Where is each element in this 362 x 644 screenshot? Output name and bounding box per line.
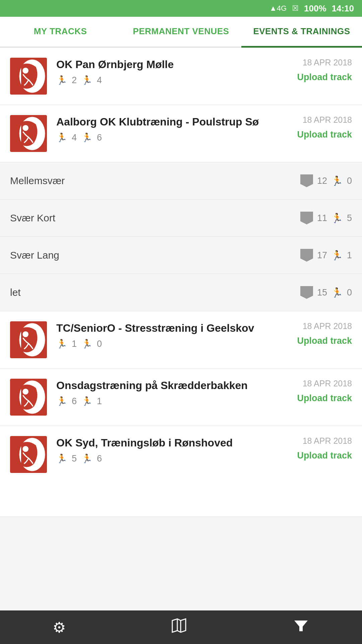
subcategory-name: Mellemsvær	[10, 175, 300, 186]
event-date: 18 APR 2018	[297, 321, 352, 331]
event-title: Aalborg OK Klubtræning - Poulstrup Sø	[56, 115, 292, 129]
event-logo	[10, 436, 47, 473]
map-icon	[300, 286, 313, 299]
map-count: 15	[317, 287, 327, 298]
event-title: OK Pan Ørnbjerg Mølle	[56, 58, 292, 72]
subcategory-item[interactable]: let 15 🏃 0	[0, 274, 362, 311]
runner-icon: 🏃	[81, 75, 92, 86]
map-count: 11	[317, 213, 327, 223]
tab-my-tracks[interactable]: MY TRACKS	[0, 17, 121, 47]
runner-count: 6	[97, 453, 102, 464]
tab-bar: MY TRACKS PERMANENT VENUES EVENTS & TRAI…	[0, 17, 362, 48]
event-title: TC/SeniorO - Stresstræning i Geelskov	[56, 321, 292, 335]
runner-icon: 🏃	[81, 339, 92, 349]
runner-icon: 🏃	[331, 287, 343, 298]
svg-marker-15	[172, 619, 186, 632]
status-bar: ▲4G ☒ 100% 14:10	[0, 0, 362, 17]
map-nav-button[interactable]	[171, 617, 187, 637]
svg-point-5	[22, 125, 28, 131]
svg-point-8	[22, 331, 28, 337]
sub-stats: 17 🏃 1	[300, 249, 352, 262]
subcategory-name: Svær Lang	[10, 250, 300, 261]
runner-count: 1	[347, 250, 352, 261]
event-right: 18 APR 2018 Upload track	[297, 379, 352, 404]
runner-icon: 🏃	[331, 175, 343, 186]
event-date: 18 APR 2018	[297, 58, 352, 67]
map-count: 12	[317, 176, 327, 186]
runner-count: 4	[97, 75, 102, 86]
subcategory-item[interactable]: Mellemsvær 12 🏃 0	[0, 162, 362, 200]
runner-icon: 🏃	[331, 250, 343, 261]
runner-icon: 🏃	[331, 213, 343, 224]
course-count: 5	[72, 453, 77, 464]
subcategory-name: Svær Kort	[10, 212, 300, 224]
event-date: 18 APR 2018	[297, 379, 352, 388]
map-icon	[300, 174, 313, 187]
event-item[interactable]: TC/SeniorO - Stresstræning i Geelskov 🏃 …	[0, 311, 362, 369]
upload-track-button[interactable]: Upload track	[297, 129, 352, 140]
course-icon: 🏃	[56, 132, 67, 143]
upload-track-button[interactable]: Upload track	[297, 336, 352, 346]
runner-icon: 🏃	[81, 453, 92, 464]
runner-count: 0	[347, 176, 352, 186]
event-title: Onsdagstræning på Skrædderbakken	[56, 379, 292, 393]
map-count: 17	[317, 250, 327, 261]
event-stats: 🏃 5 🏃 6	[56, 453, 292, 464]
sim-icon: ☒	[292, 4, 299, 13]
svg-point-2	[22, 68, 28, 74]
event-item[interactable]: OK Pan Ørnbjerg Mølle 🏃 2 🏃 4 18 APR 201…	[0, 48, 362, 105]
event-right: 18 APR 2018 Upload track	[297, 436, 352, 461]
event-info: TC/SeniorO - Stresstræning i Geelskov 🏃 …	[56, 321, 292, 349]
event-item[interactable]: Onsdagstræning på Skrædderbakken 🏃 6 🏃 1…	[0, 369, 362, 426]
svg-point-14	[22, 446, 28, 452]
event-date: 18 APR 2018	[297, 115, 352, 125]
event-logo	[10, 115, 47, 152]
event-stats: 🏃 1 🏃 0	[56, 339, 292, 349]
runner-count: 0	[347, 287, 352, 298]
event-stats: 🏃 6 🏃 1	[56, 396, 292, 407]
event-right: 18 APR 2018 Upload track	[297, 321, 352, 346]
course-icon: 🏃	[56, 75, 67, 86]
event-stats: 🏃 4 🏃 6	[56, 132, 292, 143]
event-title: OK Syd, Træningsløb i Rønshoved	[56, 436, 292, 450]
course-icon: 🏃	[56, 453, 67, 464]
event-date: 18 APR 2018	[297, 436, 352, 446]
tab-events-trainings[interactable]: EVENTS & TRAININGS	[241, 17, 362, 48]
event-logo	[10, 379, 47, 416]
runner-count: 0	[97, 339, 102, 349]
svg-point-11	[22, 389, 28, 395]
course-count: 2	[72, 75, 77, 86]
battery-text: 100%	[304, 3, 326, 14]
signal-icon: ▲4G	[269, 4, 287, 13]
bottom-nav: ⚙	[0, 610, 362, 644]
event-info: OK Pan Ørnbjerg Mølle 🏃 2 🏃 4	[56, 58, 292, 86]
subcategory-section: Mellemsvær 12 🏃 0 Svær Kort 11 🏃 5 Svær …	[0, 162, 362, 311]
subcategory-name: let	[10, 287, 300, 298]
course-icon: 🏃	[56, 396, 67, 407]
subcategory-item[interactable]: Svær Lang 17 🏃 1	[0, 237, 362, 274]
event-right: 18 APR 2018 Upload track	[297, 115, 352, 140]
map-icon	[300, 212, 313, 224]
runner-icon: 🏃	[81, 396, 92, 407]
upload-track-button[interactable]: Upload track	[297, 72, 352, 83]
sub-stats: 12 🏃 0	[300, 174, 352, 187]
course-icon: 🏃	[56, 339, 67, 349]
settings-nav-button[interactable]: ⚙	[53, 619, 66, 636]
event-info: Onsdagstræning på Skrædderbakken 🏃 6 🏃 1	[56, 379, 292, 407]
event-info: Aalborg OK Klubtræning - Poulstrup Sø 🏃 …	[56, 115, 292, 143]
subcategory-item[interactable]: Svær Kort 11 🏃 5	[0, 200, 362, 237]
runner-count: 6	[97, 132, 102, 143]
event-item[interactable]: Aalborg OK Klubtræning - Poulstrup Sø 🏃 …	[0, 105, 362, 162]
filter-nav-button[interactable]	[293, 617, 309, 637]
runner-count: 1	[97, 396, 102, 407]
upload-track-button[interactable]: Upload track	[297, 393, 352, 404]
sub-stats: 11 🏃 5	[300, 212, 352, 224]
upload-track-button[interactable]: Upload track	[297, 450, 352, 461]
event-item[interactable]: OK Syd, Træningsløb i Rønshoved 🏃 5 🏃 6 …	[0, 426, 362, 517]
svg-marker-18	[294, 621, 308, 631]
event-right: 18 APR 2018 Upload track	[297, 58, 352, 83]
runner-count: 5	[347, 213, 352, 223]
tab-permanent-venues[interactable]: PERMANENT VENUES	[121, 17, 241, 47]
event-logo	[10, 58, 47, 95]
sub-stats: 15 🏃 0	[300, 286, 352, 299]
